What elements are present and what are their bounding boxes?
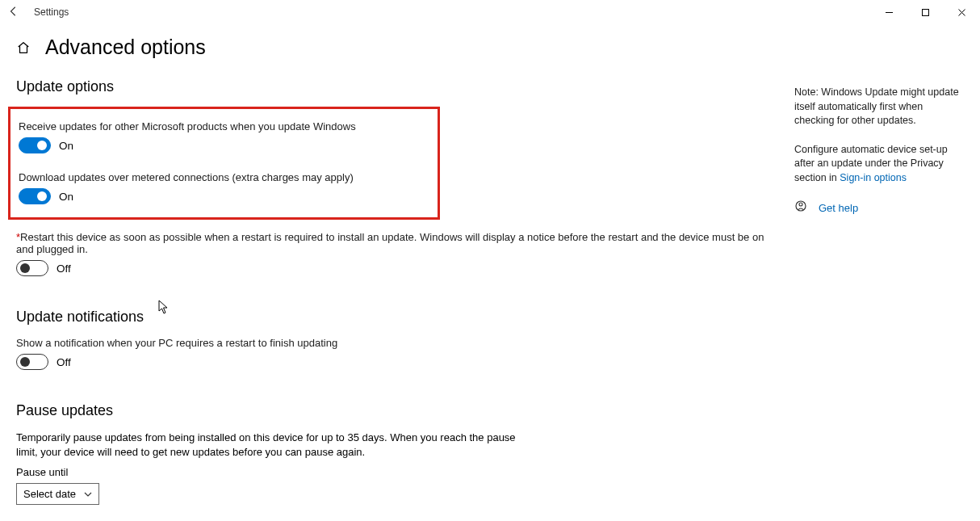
home-icon[interactable] xyxy=(16,40,31,55)
toggle-metered-state: On xyxy=(59,191,73,203)
side-configure: Configure automatic device set-up after … xyxy=(794,143,964,186)
annotation-highlight: Receive updates for other Microsoft prod… xyxy=(8,107,440,220)
setting-notification-label: Show a notification when your PC require… xyxy=(16,337,778,349)
section-update-options-title: Update options xyxy=(16,78,778,95)
section-update-notifications-title: Update notifications xyxy=(16,309,778,326)
toggle-receive-updates[interactable] xyxy=(19,137,51,153)
pause-updates-description: Temporarily pause updates from being ins… xyxy=(16,431,533,460)
setting-metered-label: Download updates over metered connection… xyxy=(19,171,429,183)
pause-until-select-value: Select date xyxy=(23,488,76,500)
minimize-button[interactable] xyxy=(871,0,907,24)
pause-until-select[interactable]: Select date xyxy=(16,483,99,505)
toggle-notification-state: Off xyxy=(57,356,71,368)
toggle-restart[interactable] xyxy=(16,260,48,276)
svg-rect-1 xyxy=(923,9,929,15)
toggle-metered[interactable] xyxy=(19,188,51,204)
chevron-down-icon xyxy=(84,490,92,498)
setting-receive-updates-label: Receive updates for other Microsoft prod… xyxy=(19,120,429,132)
toggle-receive-updates-state: On xyxy=(59,140,73,152)
svg-point-5 xyxy=(799,203,802,206)
page-header: Advanced options xyxy=(16,36,778,59)
toggle-notification[interactable] xyxy=(16,354,48,370)
section-pause-updates-title: Pause updates xyxy=(16,402,778,419)
setting-restart-label: *Restart this device as soon as possible… xyxy=(16,231,778,255)
close-button[interactable] xyxy=(944,0,980,24)
maximize-button[interactable] xyxy=(907,0,944,24)
side-note: Note: Windows Update might update itself… xyxy=(794,86,964,128)
side-panel: Note: Windows Update might update itself… xyxy=(794,36,964,521)
help-icon xyxy=(794,200,807,217)
signin-options-link[interactable]: Sign-in options xyxy=(840,172,907,183)
back-arrow-icon[interactable] xyxy=(8,6,19,19)
toggle-restart-state: Off xyxy=(57,263,71,275)
get-help-link[interactable]: Get help xyxy=(819,201,858,216)
titlebar: Settings xyxy=(0,0,980,24)
page-title: Advanced options xyxy=(45,36,206,59)
app-name: Settings xyxy=(34,6,69,18)
pause-until-label: Pause until xyxy=(16,466,778,478)
